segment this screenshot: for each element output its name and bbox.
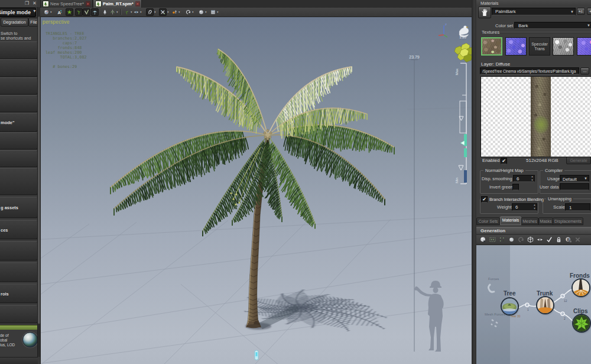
float-panel-icon[interactable]: ❐ [25,1,29,6]
branch-blending-checkbox[interactable]: ✔ [481,196,488,203]
dropdown-arrow-icon[interactable]: ▾ [154,9,156,15]
panel-splitter[interactable] [472,0,476,364]
gen-eye-icon[interactable] [536,236,543,243]
sidebar-section-bar[interactable] [0,77,38,95]
dropdown-arrow-icon[interactable]: ▾ [205,9,207,15]
texture-path-field[interactable]: /SpeedTree Cinema v6/Samples/Textures/Pa… [480,67,579,74]
toolbar-button-x-cross[interactable]: ▾ [159,8,169,15]
graph-node-tree[interactable] [502,298,518,314]
gen-lock-icon[interactable] [555,236,562,243]
extra-material-button[interactable]: + [587,8,591,15]
spinner-arrows[interactable]: ▲▼ [532,204,537,210]
gen-b-circle-icon[interactable]: B [564,236,571,243]
invert-green-checkbox[interactable] [512,184,519,190]
sidebar-section-bar[interactable]: ces [0,220,38,239]
viewport-3d[interactable]: 23.79z1.20MaxMin perspective TRIANGLES -… [40,17,472,364]
close-panel-icon[interactable]: ✕ [33,1,37,6]
disp-smoothing-spinner[interactable]: 6 ▲▼ [513,175,535,182]
toolbar-button-dot-up[interactable]: ▾ [171,8,180,15]
dropdown-arrow-icon[interactable]: ▾ [116,9,118,15]
toolbar-button-plant[interactable]: ▾ [124,8,132,15]
panel-tab-color-sets[interactable]: Color Sets [476,217,500,225]
sidebar-section-bar[interactable] [0,241,38,261]
dropdown-arrow-icon[interactable]: ▾ [167,9,169,15]
globe-icon[interactable] [22,332,38,347]
doc-tab-palmrtspm[interactable]: Palm_RT.spm*✕ [93,0,142,8]
hand-tool-button[interactable] [478,6,491,18]
gen-undo-gray-icon[interactable] [517,236,524,243]
sidebar-section-bar[interactable]: mode" [0,113,38,132]
graph-node-fronds[interactable] [573,280,589,296]
close-tab-icon[interactable]: ✕ [135,1,140,6]
panel-tab-materials[interactable]: Materials [500,216,521,225]
sidebar-section-bar[interactable] [0,41,38,59]
sidebar-section-bar[interactable]: g assets [0,197,38,218]
gen-x-gray-icon[interactable] [574,236,581,243]
generate-normal-button[interactable]: Generate Normal [566,157,591,164]
toolbar-button-dot-tree[interactable]: ▾ [109,8,118,15]
toolbar-button-ear[interactable]: ▾ [146,8,156,15]
toolbar-button-fir-tree[interactable] [102,8,108,15]
ghost-node-mesh-forces[interactable]: Mesh Forces [485,313,505,316]
color-set-combo[interactable]: Bark ▼ [514,22,591,29]
spinner-arrows[interactable]: ▲▼ [530,176,534,181]
render-stats: TRIANGLES - TREE branches:2,027 caps:7 f… [46,31,87,70]
browse-button[interactable]: ... [580,67,589,74]
texture-thumbnail-diffuse-bark[interactable] [481,37,502,56]
panel-tab-masks[interactable]: Masks [538,217,553,225]
tab-degradation[interactable]: Degradation [1,18,28,27]
sidebar-section-bar[interactable] [0,95,38,112]
texture-thumbnail-gray-bark[interactable] [553,37,574,56]
close-tab-icon[interactable]: ✕ [86,1,90,6]
gen-small-sphere-icon[interactable] [508,236,515,243]
dropdown-arrow-icon[interactable]: ▾ [131,9,132,15]
weight-spinner[interactable]: 6 ▲▼ [512,203,537,211]
gen-dashed-select-icon[interactable] [489,236,496,243]
toolbar-button-eye[interactable]: ▾ [133,8,142,15]
scale-field[interactable]: 1 [565,203,590,211]
toolbar-button-check-v[interactable] [83,8,90,15]
panel-tab-displacements[interactable]: Displacements [553,217,583,225]
usage-combo[interactable]: Default ▼ [560,175,589,182]
toolbar-button-seedling[interactable] [75,8,83,15]
sidebar-section-bar[interactable] [0,132,38,150]
sidebar-section-bar[interactable] [0,262,38,282]
toolbar-button-letter-a-dots[interactable]: A [56,8,63,15]
toolbar-button-list-window[interactable]: ▾ [210,8,219,15]
doc-tab-newspeedtree[interactable]: New SpeedTree*✕ [40,0,93,8]
texture-preview[interactable] [480,76,591,157]
texture-thumbnail-normal-map[interactable] [505,37,527,56]
sidebar-section-bar[interactable] [0,305,38,323]
gen-sphere-cursor-icon[interactable] [479,236,486,243]
toolbar-button-undo[interactable]: ▾ [185,8,194,15]
dropdown-arrow-icon[interactable]: ▾ [192,9,194,15]
sidebar-section-bar[interactable] [0,59,38,77]
texture-thumbnail-normal-map-2[interactable] [577,37,591,56]
user-data-field[interactable] [560,183,589,190]
texture-thumbnail-specular-trans[interactable]: SpecularTrans [529,37,550,56]
graph-node-clips[interactable] [573,315,590,332]
gen-check-icon[interactable] [545,236,553,243]
sidebar-section-bar[interactable] [0,168,38,195]
panel-tab-meshes[interactable]: Meshes [521,217,538,225]
generation-node-graph[interactable]: TreeYear 30TrunkFrondsClipsForcesMesh Fo… [476,245,591,364]
camera-mode-label[interactable]: perspective [43,19,70,25]
dropdown-arrow-icon[interactable]: ▾ [50,9,52,15]
gen-dotted-select-icon[interactable] [498,236,505,243]
toolbar-button-sphere[interactable]: ▾ [198,8,207,15]
dropdown-arrow-icon[interactable]: ▾ [178,9,180,15]
mode-selector[interactable]: Simple mode [0,8,36,17]
sidebar-section-bar[interactable]: rols [0,284,38,303]
graph-node-trunk[interactable] [537,297,553,313]
toolbar-button-green-star[interactable] [66,8,73,15]
sidebar-section-bar[interactable] [0,150,38,167]
dropdown-arrow-icon[interactable]: ▾ [217,9,219,15]
dropdown-arrow-icon[interactable]: ▾ [140,9,142,15]
enabled-checkbox[interactable]: ✔ [501,158,507,164]
ghost-node-forces[interactable]: Forces [488,277,499,281]
gen-wire-box-icon[interactable] [527,236,534,243]
toolbar-button-globe-sphere[interactable]: ▾ [43,8,52,15]
toolbar-button-umbrella[interactable] [91,8,99,15]
material-name-combo[interactable]: PalmBark ▼ [492,8,576,15]
add-remove-material-button[interactable]: +/- [577,8,585,15]
